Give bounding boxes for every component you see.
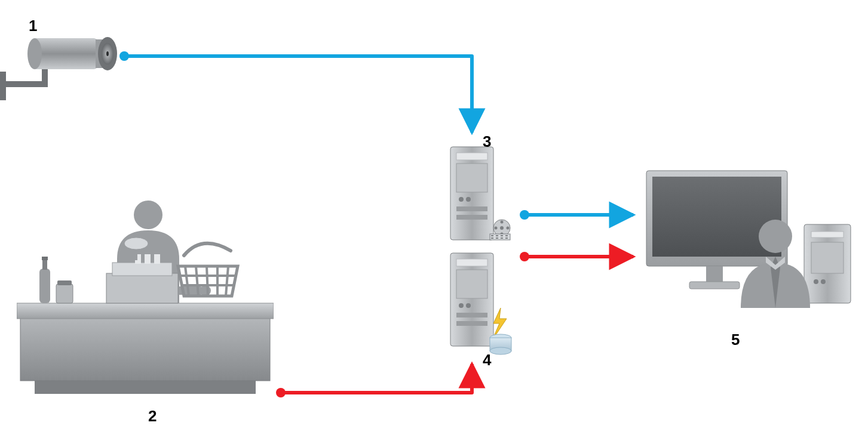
svg-point-18 [200, 285, 211, 296]
svg-rect-5 [6, 81, 48, 87]
svg-rect-54 [501, 235, 503, 236]
svg-point-50 [495, 227, 498, 230]
svg-rect-55 [505, 235, 508, 236]
svg-rect-14 [20, 316, 270, 381]
svg-point-77 [814, 279, 818, 284]
svg-rect-38 [450, 147, 493, 240]
svg-rect-23 [154, 254, 160, 264]
svg-line-33 [207, 266, 208, 296]
database-icon [490, 334, 511, 354]
svg-point-69 [490, 347, 511, 354]
flow-server-b-to-operator [520, 252, 633, 261]
svg-rect-51 [490, 234, 510, 240]
svg-rect-19 [106, 273, 178, 303]
svg-rect-4 [0, 72, 6, 100]
svg-point-79 [759, 220, 792, 253]
svg-rect-53 [496, 235, 498, 236]
svg-rect-58 [501, 238, 503, 239]
svg-rect-40 [456, 164, 487, 192]
node-label-2: 2 [148, 407, 157, 426]
svg-rect-30 [57, 280, 72, 285]
svg-rect-61 [456, 259, 487, 266]
svg-rect-75 [811, 232, 844, 238]
flow-camera-to-server-a [119, 51, 472, 132]
svg-rect-76 [811, 242, 844, 273]
flow-server-a-to-operator [520, 210, 633, 220]
svg-point-47 [501, 221, 504, 224]
camera-icon [0, 35, 125, 118]
server-b-icon [448, 251, 514, 358]
svg-rect-29 [56, 284, 73, 303]
svg-rect-15 [17, 303, 274, 319]
operator-workstation-icon [643, 167, 858, 328]
svg-point-48 [507, 227, 510, 230]
svg-point-25 [124, 238, 148, 249]
svg-point-16 [134, 201, 162, 229]
diagram-stage: 1 2 3 4 5 [0, 0, 868, 444]
node-label-5: 5 [731, 331, 740, 349]
svg-rect-39 [456, 153, 487, 160]
svg-line-35 [226, 266, 228, 296]
node-label-3: 3 [483, 132, 491, 151]
svg-point-78 [821, 279, 826, 284]
svg-rect-72 [706, 266, 723, 282]
svg-point-41 [459, 197, 464, 202]
svg-rect-62 [456, 270, 487, 298]
svg-point-64 [466, 303, 471, 308]
svg-rect-52 [491, 235, 493, 236]
svg-point-8 [27, 38, 42, 69]
svg-rect-56 [491, 238, 493, 239]
svg-rect-44 [456, 215, 487, 220]
node-label-1: 1 [29, 17, 37, 35]
svg-rect-60 [450, 253, 493, 346]
svg-rect-73 [689, 282, 740, 289]
node-label-4: 4 [483, 351, 491, 369]
svg-rect-7 [33, 38, 97, 69]
svg-rect-20 [112, 263, 172, 276]
svg-rect-28 [42, 257, 48, 260]
svg-point-12 [106, 51, 109, 56]
svg-rect-66 [456, 321, 487, 326]
svg-rect-26 [39, 269, 50, 303]
svg-rect-43 [456, 206, 487, 211]
svg-rect-22 [145, 254, 151, 264]
svg-point-46 [500, 226, 504, 230]
pos-cashier-icon [17, 197, 274, 400]
svg-rect-65 [456, 313, 487, 317]
flow-pos-to-server-b [276, 364, 472, 397]
svg-rect-27 [42, 259, 47, 270]
server-a-icon [448, 144, 514, 246]
svg-rect-59 [505, 238, 508, 239]
svg-point-42 [466, 197, 471, 202]
svg-rect-57 [496, 238, 498, 239]
svg-point-63 [459, 303, 464, 308]
